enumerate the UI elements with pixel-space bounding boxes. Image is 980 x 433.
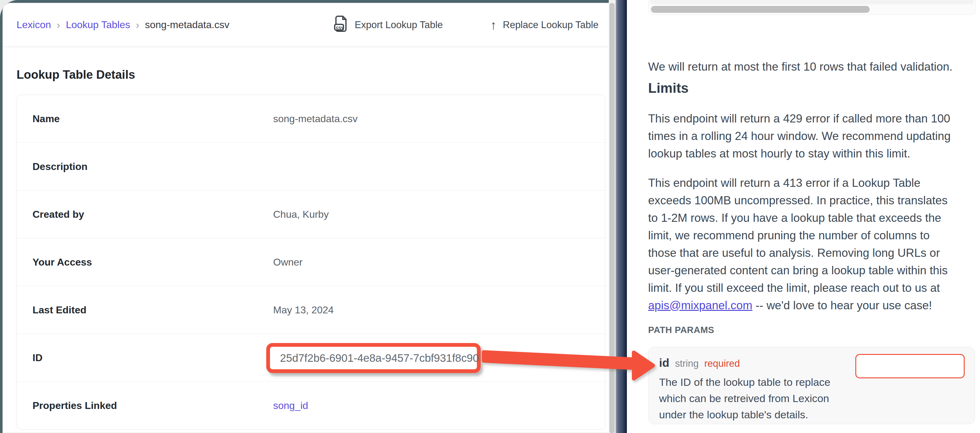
text-line: lookup tables at most hourly to stay wit… bbox=[648, 145, 951, 162]
row-value: song-metadata.csv bbox=[273, 113, 358, 125]
table-row-your-access: Your Access Owner bbox=[17, 238, 605, 286]
svg-text:csv: csv bbox=[336, 25, 344, 30]
param-description: The ID of the lookup table to replace wh… bbox=[659, 374, 830, 423]
row-label: Last Edited bbox=[32, 304, 86, 316]
table-row-name: Name song-metadata.csv bbox=[17, 95, 605, 142]
text-line: limit. If you still exceed the limit, pl… bbox=[648, 279, 948, 297]
id-highlight-box: 25d7f2b6-6901-4e8a-9457-7cbf931f8c90 bbox=[266, 343, 480, 373]
code-block-bottom bbox=[648, 0, 975, 15]
row-value: Chua, Kurby bbox=[273, 209, 329, 220]
table-row-created-by: Created by Chua, Kurby bbox=[17, 190, 605, 238]
breadcrumb-link-lookup-tables[interactable]: Lookup Tables bbox=[66, 19, 130, 30]
panel-divider bbox=[616, 0, 627, 433]
row-value: May 13, 2024 bbox=[273, 304, 334, 316]
row-label: Description bbox=[32, 161, 88, 172]
page-title: Lookup Table Details bbox=[17, 68, 135, 81]
row-label: Properties Linked bbox=[32, 400, 117, 411]
text-line: user-generated content can bring a looku… bbox=[648, 262, 948, 279]
export-lookup-table-button[interactable]: csv Export Lookup Table bbox=[334, 3, 443, 46]
lookup-table-id-value: 25d7f2b6-6901-4e8a-9457-7cbf931f8c90 bbox=[270, 347, 477, 369]
table-row-last-edited: Last Edited May 13, 2024 bbox=[17, 286, 605, 334]
row-label: Your Access bbox=[32, 256, 92, 268]
replace-button-label: Replace Lookup Table bbox=[503, 19, 598, 30]
row-label: Name bbox=[32, 113, 60, 125]
api-docs-panel: We will return at most the first 10 rows… bbox=[627, 0, 980, 433]
text-line: This endpoint will return a 413 error if… bbox=[648, 174, 948, 192]
param-header: id string required bbox=[659, 357, 740, 369]
vertical-scrollbar-thumb[interactable] bbox=[609, 3, 615, 433]
csv-file-icon: csv bbox=[334, 15, 348, 35]
horizontal-scrollbar-thumb[interactable] bbox=[651, 6, 870, 13]
text-line: times in a rolling 24 hour window. We re… bbox=[648, 127, 951, 145]
vertical-scrollbar-track bbox=[609, 0, 616, 433]
param-required-badge: required bbox=[705, 358, 740, 369]
song-id-property-link[interactable]: song_id bbox=[273, 400, 308, 411]
row-value: Owner bbox=[273, 256, 302, 268]
param-name: id bbox=[659, 357, 670, 369]
upload-arrow-icon: ↑ bbox=[490, 19, 496, 31]
text-line: apis@mixpanel.com -- we'd love to hear y… bbox=[648, 297, 948, 314]
text-line: The ID of the lookup table to replace bbox=[659, 374, 830, 390]
text-line: under the lookup table's details. bbox=[659, 406, 830, 423]
intro-text: We will return at most the first 10 rows… bbox=[648, 58, 953, 76]
limits-paragraph-2: This endpoint will return a 413 error if… bbox=[648, 174, 948, 314]
chevron-right-icon: › bbox=[135, 19, 139, 31]
text-line: This endpoint will return a 429 error if… bbox=[648, 110, 951, 127]
breadcrumb-current-file: song-metadata.csv bbox=[145, 19, 229, 30]
code-block-fill bbox=[650, 0, 974, 4]
table-row-properties-linked: Properties Linked song_id bbox=[17, 382, 605, 429]
replace-lookup-table-button[interactable]: ↑ Replace Lookup Table bbox=[490, 3, 598, 46]
export-button-label: Export Lookup Table bbox=[355, 19, 443, 30]
limits-heading: Limits bbox=[648, 80, 689, 97]
breadcrumb-link-lexicon[interactable]: Lexicon bbox=[17, 19, 51, 30]
id-param-card: id string required The ID of the lookup … bbox=[648, 347, 975, 424]
text-line: which can be retreived from Lexicon bbox=[659, 390, 830, 406]
text-line: to 1-2M rows. If you have a lookup table… bbox=[648, 209, 948, 227]
text-after-link: -- we'd love to hear your use case! bbox=[752, 299, 932, 312]
text-line: limit, we recommend pruning the number o… bbox=[648, 227, 948, 244]
text-line: those that are useful to analysis. Remov… bbox=[648, 244, 948, 262]
breadcrumb: Lexicon › Lookup Tables › song-metadata.… bbox=[17, 3, 229, 46]
mixpanel-email-link[interactable]: apis@mixpanel.com bbox=[648, 299, 752, 312]
table-row-description: Description bbox=[17, 142, 605, 190]
limits-paragraph-1: This endpoint will return a 429 error if… bbox=[648, 110, 951, 162]
chevron-right-icon: › bbox=[57, 19, 60, 31]
param-type: string bbox=[675, 358, 699, 369]
lookup-table-details-card: Name song-metadata.csv Description Creat… bbox=[17, 95, 605, 430]
path-params-label: PATH PARAMS bbox=[648, 325, 714, 335]
row-label: Created by bbox=[32, 209, 84, 220]
row-label: ID bbox=[32, 352, 43, 364]
text-line: exceeds 100MB uncompressed. In practice,… bbox=[648, 192, 948, 209]
id-param-input[interactable] bbox=[855, 354, 965, 378]
